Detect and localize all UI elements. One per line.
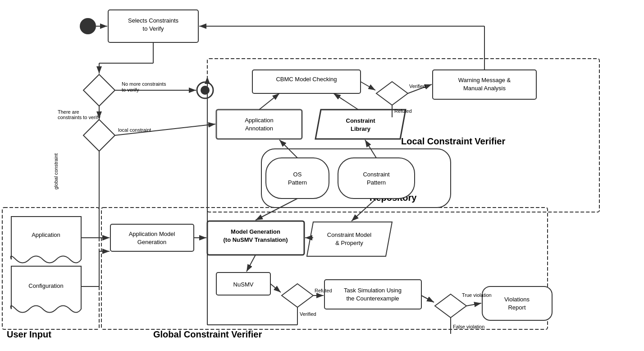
task-simulation-text1: Task Simulation Using <box>344 287 402 294</box>
arrow-os-to-modelgen <box>256 199 297 220</box>
app-model-gen-text1: Application Model <box>129 231 175 237</box>
constraint-library-text2: Library <box>351 125 371 132</box>
no-more-constraints-label: No more constraints <box>122 81 166 87</box>
violations-report-text2: Report <box>508 304 525 311</box>
verified-refuted-diamond <box>376 82 408 105</box>
app-model-gen-box <box>110 224 194 251</box>
configuration-text: Configuration <box>28 282 63 289</box>
true-violation-label: True violation <box>462 292 492 298</box>
arrow-tasksim-to-vdiamond <box>421 296 434 302</box>
local-constraint-verifier-label: Local Constraint Verifier <box>401 136 505 146</box>
decision-diamond-1 <box>83 74 115 106</box>
cbmc-text: CBMC Model Checking <box>276 76 337 83</box>
arrow-clibrary-to-cbmc <box>333 93 358 110</box>
task-simulation-text2: the Counterexample <box>346 295 399 302</box>
false-violation-label: False violation <box>453 324 484 329</box>
configuration-shape <box>11 266 81 313</box>
there-are-constraints-label2: constraints to verify <box>58 115 100 120</box>
user-input-label: User Input <box>7 329 51 339</box>
arrow-nusmv-to-diamond <box>270 284 281 292</box>
constraint-model-shape <box>307 222 392 256</box>
there-are-constraints-label: There are <box>58 109 79 115</box>
model-gen-text1: Model Generation <box>231 228 280 235</box>
os-pattern-text1: OS <box>293 171 302 178</box>
verified-label: Verified <box>409 83 426 89</box>
constraint-library-text1: Constraint <box>346 117 376 124</box>
app-annotation-text2: Annotation <box>245 125 273 132</box>
constraint-pattern-text2: Pattern <box>367 179 386 186</box>
application-text: Application <box>32 231 60 238</box>
global-constraint-verifier-label: Global Constraint Verifier <box>153 329 262 339</box>
violations-report-text1: Violations <box>504 296 530 303</box>
verified2-label: Verified <box>300 311 316 317</box>
refuted-label: Refuted <box>394 108 412 114</box>
selects-constraints-text: Selects Constraints <box>128 17 178 24</box>
os-pattern-text2: Pattern <box>288 179 307 186</box>
warning-text1: Warning Message & <box>458 77 511 83</box>
arrow-modelgen-to-nusmv <box>247 255 256 272</box>
model-gen-text2: (to NuSMV Translation) <box>224 236 288 243</box>
global-constraint-label: global constraint <box>53 153 59 189</box>
constraint-pattern-text1: Constraint <box>363 171 390 178</box>
application-shape <box>11 217 81 263</box>
arrow-cbmc-to-diamond <box>361 82 375 90</box>
decision-diamond-2 <box>83 120 115 151</box>
local-constraint-label: local constraint <box>118 127 151 133</box>
end-node-inner <box>201 86 210 95</box>
constraint-pattern-box <box>338 158 415 199</box>
nusmv-diamond <box>282 284 313 307</box>
app-annotation-box <box>216 110 302 139</box>
diagram-container: Local Constraint Verifier Pattern Reposi… <box>0 0 644 351</box>
nusmv-text: NuSMV <box>233 281 254 288</box>
app-model-gen-text2: Generation <box>137 239 166 245</box>
violations-report-box <box>482 286 552 320</box>
no-more-constraints-label2: to verify <box>122 87 139 92</box>
arrow-cp-to-cmodel <box>352 199 376 221</box>
warning-text2: Manual Analysis <box>463 85 506 92</box>
start-node <box>80 18 96 34</box>
arrow-vdiamond-to-violations <box>466 303 481 306</box>
os-pattern-box <box>266 158 329 199</box>
constraint-model-text2: & Property <box>335 240 363 246</box>
constraint-model-text1: Constraint Model <box>327 231 371 238</box>
refuted2-label: Refuted <box>315 288 332 293</box>
selects-constraints-text2: to Verify <box>143 25 164 32</box>
app-annotation-text1: Application <box>245 117 274 124</box>
task-simulation-box <box>324 280 421 309</box>
arrow-appanno-to-cbmc <box>259 93 279 110</box>
